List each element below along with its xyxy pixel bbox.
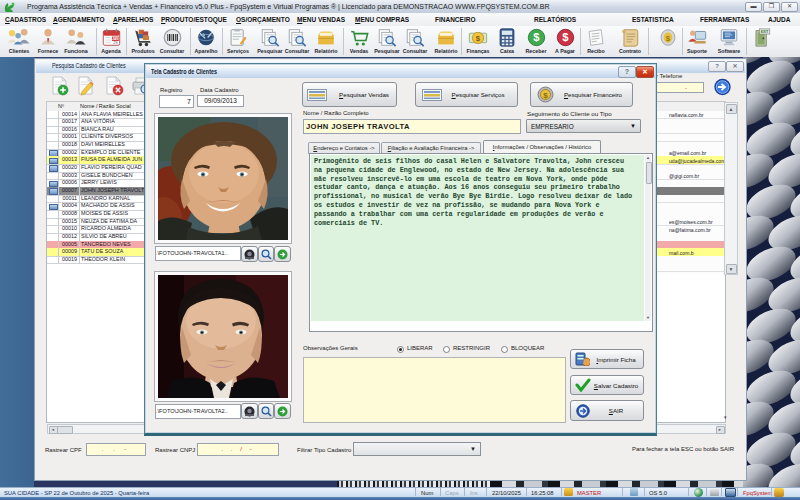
svg-text:$: $ bbox=[533, 31, 540, 43]
svg-text:$: $ bbox=[543, 91, 548, 100]
svg-text:$: $ bbox=[562, 31, 569, 43]
svg-text:29: 29 bbox=[113, 40, 117, 45]
svg-text:$: $ bbox=[476, 34, 481, 43]
svg-text:EXIT: EXIT bbox=[761, 30, 770, 34]
svg-text:$: $ bbox=[666, 34, 671, 43]
